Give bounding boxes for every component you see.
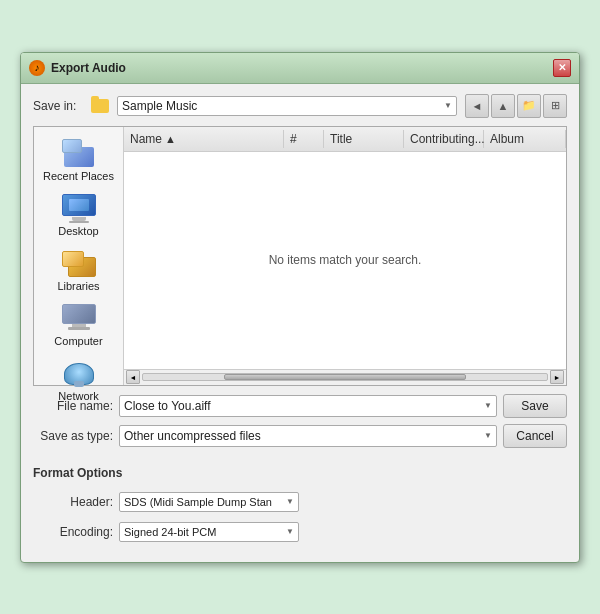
save-in-dropdown[interactable]: Sample Music ▼ — [117, 96, 457, 116]
file-name-value: Close to You.aiff — [124, 399, 480, 413]
new-folder-button[interactable]: 📁 — [517, 94, 541, 118]
libraries-icon — [62, 249, 96, 277]
cancel-button[interactable]: Cancel — [503, 424, 567, 448]
desktop-icon — [62, 194, 96, 222]
header-value: SDS (Midi Sample Dump Stan — [124, 496, 282, 508]
computer-label: Computer — [54, 335, 102, 347]
sidebar: Recent Places Desktop — [34, 127, 124, 385]
format-options-section: Format Options Header: SDS (Midi Sample … — [33, 454, 567, 542]
main-area: Recent Places Desktop — [33, 126, 567, 386]
save-as-type-arrow-icon: ▼ — [484, 431, 492, 440]
up-button[interactable]: ▲ — [491, 94, 515, 118]
format-options-title: Format Options — [33, 466, 567, 480]
nav-buttons: ◄ ▲ 📁 ⊞ — [465, 94, 567, 118]
header-dropdown-arrow-icon: ▼ — [286, 497, 294, 506]
file-list-empty-message: No items match your search. — [124, 152, 566, 369]
scroll-thumb[interactable] — [224, 374, 466, 380]
header-row: Header: SDS (Midi Sample Dump Stan ▼ — [33, 492, 567, 512]
save-as-type-dropdown[interactable]: Other uncompressed files ▼ — [119, 425, 497, 447]
libraries-label: Libraries — [57, 280, 99, 292]
export-audio-dialog: ♪ Export Audio ✕ Save in: Sample Music ▼… — [20, 52, 580, 563]
header-dropdown[interactable]: SDS (Midi Sample Dump Stan ▼ — [119, 492, 299, 512]
sidebar-item-desktop[interactable]: Desktop — [39, 190, 119, 241]
sidebar-item-libraries[interactable]: Libraries — [39, 245, 119, 296]
col-header-num[interactable]: # — [284, 130, 324, 148]
sidebar-item-recent-places[interactable]: Recent Places — [39, 135, 119, 186]
col-header-title[interactable]: Title — [324, 130, 404, 148]
save-in-row: Save in: Sample Music ▼ ◄ ▲ 📁 ⊞ — [33, 94, 567, 118]
save-in-path: Sample Music — [122, 99, 440, 113]
dropdown-arrow-icon: ▼ — [444, 101, 452, 110]
app-icon: ♪ — [29, 60, 45, 76]
sidebar-item-computer[interactable]: Computer — [39, 300, 119, 351]
file-name-input[interactable]: Close to You.aiff ▼ — [119, 395, 497, 417]
save-as-type-row: Save as type: Other uncompressed files ▼… — [33, 424, 567, 448]
title-bar: ♪ Export Audio ✕ — [21, 53, 579, 84]
save-in-label: Save in: — [33, 99, 83, 113]
encoding-label: Encoding: — [33, 525, 113, 539]
save-as-type-label: Save as type: — [33, 429, 113, 443]
computer-icon — [62, 304, 96, 332]
col-header-contributing[interactable]: Contributing... — [404, 130, 484, 148]
encoding-dropdown-arrow-icon: ▼ — [286, 527, 294, 536]
close-button[interactable]: ✕ — [553, 59, 571, 77]
file-list-header: Name ▲ # Title Contributing... Album — [124, 127, 566, 152]
network-icon — [62, 359, 96, 387]
encoding-dropdown[interactable]: Signed 24-bit PCM ▼ — [119, 522, 299, 542]
recent-places-icon — [62, 139, 96, 167]
scroll-track[interactable] — [142, 373, 548, 381]
dialog-body: Save in: Sample Music ▼ ◄ ▲ 📁 ⊞ — [21, 84, 579, 562]
back-button[interactable]: ◄ — [465, 94, 489, 118]
encoding-value: Signed 24-bit PCM — [124, 526, 282, 538]
col-header-name[interactable]: Name ▲ — [124, 130, 284, 148]
file-name-arrow-icon: ▼ — [484, 401, 492, 410]
col-header-album[interactable]: Album — [484, 130, 566, 148]
file-name-label: File name: — [33, 399, 113, 413]
recent-places-label: Recent Places — [43, 170, 114, 182]
scroll-left-button[interactable]: ◄ — [126, 370, 140, 384]
encoding-row: Encoding: Signed 24-bit PCM ▼ — [33, 522, 567, 542]
scroll-right-button[interactable]: ► — [550, 370, 564, 384]
folder-icon — [91, 99, 109, 113]
title-bar-left: ♪ Export Audio — [29, 60, 126, 76]
save-button[interactable]: Save — [503, 394, 567, 418]
save-as-type-value: Other uncompressed files — [124, 429, 480, 443]
horizontal-scrollbar[interactable]: ◄ ► — [124, 369, 566, 385]
desktop-label: Desktop — [58, 225, 98, 237]
view-button[interactable]: ⊞ — [543, 94, 567, 118]
dialog-title: Export Audio — [51, 61, 126, 75]
file-list-area: Name ▲ # Title Contributing... Album — [124, 127, 566, 385]
header-label: Header: — [33, 495, 113, 509]
